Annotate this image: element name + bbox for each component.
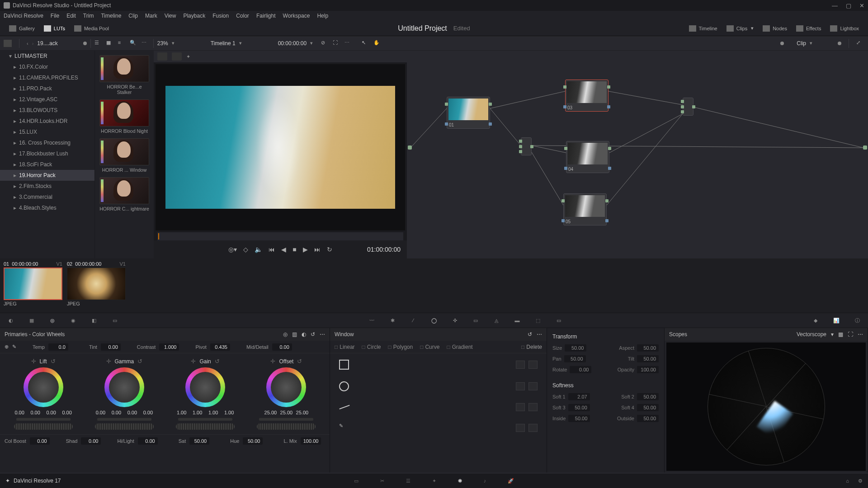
param-value[interactable]: 50.00 bbox=[564, 355, 586, 362]
scope-layout-icon[interactable]: ▦ bbox=[838, 331, 843, 338]
node-graph[interactable]: 01030405 bbox=[407, 51, 868, 258]
playhead[interactable] bbox=[158, 233, 159, 239]
pick-white-icon[interactable]: ✎ bbox=[12, 344, 16, 350]
window-icon[interactable]: ◯ bbox=[429, 316, 439, 324]
panel-icon[interactable] bbox=[4, 40, 12, 47]
page-cut[interactable]: ✂ bbox=[380, 478, 384, 484]
menu-trim[interactable]: Trim bbox=[83, 13, 94, 19]
jog-wheel[interactable] bbox=[176, 423, 235, 430]
reset-icon[interactable]: ↺ bbox=[311, 331, 315, 338]
shape-toggle[interactable] bbox=[516, 403, 525, 411]
page-edit[interactable]: ☰ bbox=[406, 478, 410, 484]
lightbox-button[interactable]: Lightbox bbox=[826, 23, 863, 33]
wheel-value[interactable]: 0.00 bbox=[60, 410, 74, 415]
more-icon[interactable]: ⋯ bbox=[142, 40, 150, 47]
scope-mode[interactable]: Vectorscope bbox=[797, 331, 826, 338]
wheel-value[interactable]: 1.00 bbox=[206, 410, 221, 415]
info-icon[interactable]: ⓘ bbox=[853, 316, 862, 324]
node-mode[interactable]: Clip bbox=[797, 40, 806, 47]
chevron-down-icon[interactable]: ▾ bbox=[831, 331, 834, 338]
param-value[interactable]: 50.00 bbox=[637, 404, 659, 411]
expand-nodes-icon[interactable]: ⤢ bbox=[856, 40, 864, 47]
color-node[interactable]: 03 bbox=[565, 80, 609, 112]
color-node[interactable]: 01 bbox=[447, 97, 490, 129]
auto-balance-icon[interactable]: ⊕ bbox=[5, 344, 9, 350]
more-icon[interactable]: ⋯ bbox=[537, 331, 542, 338]
expand-icon[interactable]: ⛶ bbox=[333, 40, 341, 47]
bypass-icon[interactable]: ⊘ bbox=[321, 40, 329, 47]
shape-rect[interactable] bbox=[335, 358, 542, 371]
lut-folder[interactable]: ▸12.Vintage.ASC bbox=[0, 94, 94, 105]
mediapool-button[interactable]: Media Pool bbox=[70, 23, 113, 33]
wand-icon[interactable]: ✦ bbox=[186, 54, 190, 60]
nodes-button[interactable]: Nodes bbox=[758, 23, 792, 33]
viewer-opt-1[interactable] bbox=[157, 52, 167, 61]
colboost-value[interactable]: 0.00 bbox=[30, 437, 50, 445]
lut-folder[interactable]: ▸11.CAMERA.PROFILES bbox=[0, 72, 94, 83]
window-tab-polygon[interactable]: □Polygon bbox=[388, 344, 413, 350]
page-color[interactable]: ❋ bbox=[458, 478, 462, 484]
lut-folder[interactable]: ▸18.SciFi Pack bbox=[0, 159, 94, 170]
shape-toggle-invert[interactable] bbox=[528, 361, 538, 369]
path-crumb[interactable]: 19....ack bbox=[37, 40, 57, 47]
last-frame-button[interactable]: ⏭ bbox=[314, 246, 321, 253]
tint-value[interactable]: 0.00 bbox=[101, 343, 121, 351]
jog-wheel[interactable] bbox=[95, 423, 154, 430]
magic-mask-icon[interactable]: ▭ bbox=[471, 316, 480, 324]
param-value[interactable]: 0.00 bbox=[570, 366, 591, 373]
chevron-down-icon[interactable]: ▾ bbox=[310, 40, 313, 46]
menu-view[interactable]: View bbox=[165, 13, 176, 19]
window-tab-delete[interactable]: □Delete bbox=[521, 344, 542, 350]
blur-icon[interactable]: ◬ bbox=[492, 316, 501, 324]
color-wheel[interactable] bbox=[104, 367, 144, 407]
reset-icon[interactable]: ↺ bbox=[51, 358, 56, 365]
jog-wheel[interactable] bbox=[14, 423, 73, 430]
window-tab-curve[interactable]: □Curve bbox=[420, 344, 439, 350]
wheel-value[interactable]: 1.00 bbox=[190, 410, 205, 415]
more-icon[interactable]: ⋯ bbox=[320, 331, 325, 338]
color-node[interactable]: 04 bbox=[566, 141, 609, 173]
y-slider[interactable] bbox=[97, 418, 151, 421]
lut-folder[interactable]: ▸3.Commercial bbox=[0, 192, 94, 202]
param-value[interactable]: 50.00 bbox=[568, 415, 590, 422]
middetail-value[interactable]: 0.00 bbox=[272, 343, 292, 351]
lut-folder[interactable]: ▸11.PRO.Pack bbox=[0, 83, 94, 94]
hue-value[interactable]: 50.00 bbox=[243, 437, 263, 445]
shape-pen[interactable]: ✎ bbox=[335, 421, 542, 435]
viewer-opt-2[interactable] bbox=[172, 52, 182, 61]
chevron-down-icon[interactable]: ▾ bbox=[172, 40, 175, 46]
layer-mixer-node[interactable] bbox=[683, 98, 693, 116]
wheel-value[interactable]: 0.00 bbox=[141, 410, 155, 415]
color-wheels-icon[interactable]: ◎ bbox=[48, 316, 57, 324]
lut-folder[interactable]: ▸2.Film.Stocks bbox=[0, 181, 94, 192]
scopes-icon[interactable]: 📊 bbox=[832, 316, 841, 324]
effects-button[interactable]: Effects bbox=[792, 23, 826, 33]
lut-folder[interactable]: ▸15.LUX bbox=[0, 127, 94, 137]
param-value[interactable]: 50.00 bbox=[637, 415, 659, 422]
wheel-value[interactable]: 25.00 bbox=[295, 410, 309, 415]
param-value[interactable]: 50.00 bbox=[565, 344, 586, 352]
menu-help[interactable]: Help bbox=[317, 13, 328, 19]
transport-tc[interactable]: 01:00:00:00 bbox=[367, 246, 401, 253]
jog-wheel[interactable] bbox=[257, 423, 316, 430]
shape-line[interactable] bbox=[335, 401, 542, 413]
curves-icon[interactable]: 〰 bbox=[367, 316, 376, 324]
tracker-icon[interactable]: ✜ bbox=[450, 316, 459, 324]
viewer-tc[interactable]: 00:00:00:00 bbox=[278, 40, 307, 47]
menu-clip[interactable]: Clip bbox=[128, 13, 138, 19]
pick-icon[interactable]: ✛ bbox=[31, 358, 36, 365]
wheel-value[interactable]: 0.00 bbox=[12, 410, 27, 415]
qualifier-icon[interactable]: ⁄ bbox=[409, 316, 418, 324]
clip-thumbnail[interactable]: 01 00:00:00:00V1JPEG bbox=[4, 260, 62, 311]
lut-thumb-item[interactable]: HORROR Be...e Stalker bbox=[99, 55, 149, 95]
log-mode-icon[interactable]: ◐ bbox=[302, 331, 306, 338]
clip-thumbnail[interactable]: 02 00:00:00:00V1JPEG bbox=[67, 260, 126, 311]
menu-playback[interactable]: Playback bbox=[183, 13, 205, 19]
output-port[interactable] bbox=[863, 145, 867, 150]
reset-icon[interactable]: ↺ bbox=[528, 331, 532, 338]
wheel-value[interactable]: 0.00 bbox=[93, 410, 108, 415]
shape-toggle-invert[interactable] bbox=[528, 424, 538, 432]
scrubber[interactable] bbox=[157, 232, 403, 240]
lut-folder[interactable]: ▸10.FX.Color bbox=[0, 61, 94, 72]
wheel-value[interactable]: 1.00 bbox=[222, 410, 236, 415]
